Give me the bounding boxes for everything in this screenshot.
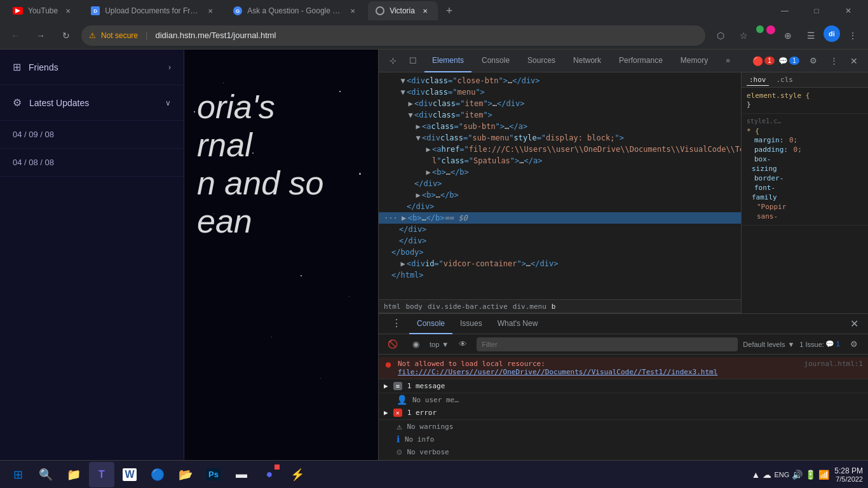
- teams-button[interactable]: T: [89, 462, 114, 487]
- profile-button[interactable]: di: [824, 25, 840, 42]
- devtools-tab-more[interactable]: »: [718, 50, 738, 72]
- dom-line[interactable]: </div>: [379, 224, 741, 235]
- dom-line[interactable]: ▶ <div id="vidcor-container">…</div>: [379, 258, 741, 269]
- devtools-close-button[interactable]: ✕: [845, 52, 863, 70]
- dom-line[interactable]: </html>: [379, 269, 741, 281]
- sidebar-icon[interactable]: ☰: [801, 25, 821, 46]
- breadcrumb-html[interactable]: html: [384, 302, 401, 311]
- dom-line[interactable]: ▼ <div class="menu">: [379, 86, 741, 98]
- taskbar-clock[interactable]: 5:28 PM 7/5/2022: [834, 466, 863, 483]
- devtools-tab-network[interactable]: Network: [566, 50, 609, 72]
- photoshop-button[interactable]: Ps: [201, 462, 226, 487]
- console-settings-icon[interactable]: ⚙: [845, 336, 863, 353]
- breadcrumb-menu[interactable]: div.menu: [513, 302, 546, 311]
- devtools-device-icon[interactable]: ☐: [404, 52, 422, 70]
- vscode-button[interactable]: ⚡: [285, 462, 310, 487]
- cast-icon[interactable]: ⬡: [710, 25, 731, 46]
- dom-line[interactable]: ▼ <div class="item">: [379, 109, 741, 121]
- dom-area: ▼ <div class="close-btn">…</div> ▼ <div …: [379, 72, 741, 313]
- address-bar[interactable]: ⚠ Not secure | didian.hstn.me/Test1/jour…: [81, 25, 705, 46]
- console-error-location: journal.html:1: [804, 360, 863, 368]
- console-close[interactable]: ✕: [845, 315, 863, 333]
- tab-youtube-title: YouTube: [28, 6, 58, 15]
- console-error-link[interactable]: file:///C://Users//user//OneDrive//Docum…: [398, 368, 717, 376]
- google-account-icon[interactable]: [756, 25, 764, 33]
- console-tab-console[interactable]: Console: [409, 314, 452, 334]
- volume-icon[interactable]: 🔊: [792, 470, 803, 480]
- styles-tab-cls[interactable]: .cls: [774, 74, 796, 85]
- styles-tab-hover[interactable]: :hov: [747, 74, 769, 86]
- sidebar-item-latest-updates[interactable]: ⚙ Latest Updates ∨: [0, 85, 184, 121]
- dom-line[interactable]: </body>: [379, 247, 741, 258]
- menu-icon[interactable]: ⋮: [843, 25, 863, 46]
- tab-victoria[interactable]: Victoria ✕: [368, 1, 438, 20]
- extensions-icon[interactable]: ⊕: [778, 25, 798, 46]
- start-button[interactable]: ⊞: [5, 462, 31, 487]
- dom-line[interactable]: ▼ <div class="sub-menu" style="display: …: [379, 132, 741, 144]
- minimize-button[interactable]: —: [770, 0, 799, 22]
- console-levels-dropdown[interactable]: Default levels ▼: [743, 341, 794, 348]
- dom-line[interactable]: ▶ <b>…</b>: [379, 189, 741, 201]
- word-button[interactable]: W: [117, 462, 142, 487]
- dom-line[interactable]: ▶ <a class="sub-btn">…</a>: [379, 121, 741, 132]
- refresh-button[interactable]: ↻: [56, 25, 76, 46]
- devtools-tab-elements[interactable]: Elements: [424, 50, 471, 72]
- devtools-more-icon[interactable]: ⋮: [825, 52, 843, 70]
- console-tab-whatsnew[interactable]: What's New: [490, 314, 546, 334]
- cloud-icon[interactable]: ☁: [763, 470, 771, 480]
- console-eye-icon[interactable]: 👁: [454, 336, 471, 353]
- console-filter-icon[interactable]: ◉: [407, 336, 424, 353]
- devtools-tab-sources[interactable]: Sources: [520, 50, 563, 72]
- breadcrumb-sidebar[interactable]: div.side-bar.active: [428, 302, 508, 311]
- dom-line[interactable]: ▼ <div class="close-btn">…</div>: [379, 75, 741, 86]
- tab-victoria-close[interactable]: ✕: [420, 6, 430, 16]
- dom-tree[interactable]: ▼ <div class="close-btn">…</div> ▼ <div …: [379, 72, 741, 299]
- tab-youtube-close[interactable]: ✕: [63, 6, 73, 16]
- search-button[interactable]: 🔍: [33, 462, 58, 487]
- dom-line-selected[interactable]: ··· ▶ <b>…</b> == $0: [379, 212, 741, 224]
- chrome-button[interactable]: 🔵: [145, 462, 170, 487]
- forward-button[interactable]: →: [31, 25, 51, 46]
- dom-line[interactable]: ▶ <a href="file:///C:\\Users\\user\\OneD…: [379, 144, 741, 155]
- dom-line[interactable]: ▶ <b>…</b>: [379, 166, 741, 178]
- file-explorer-button[interactable]: 📁: [61, 462, 86, 487]
- devtools-inspect-icon[interactable]: ⊹: [384, 52, 402, 70]
- devtools-tab-console[interactable]: Console: [474, 50, 517, 72]
- console-clear-icon[interactable]: 🚫: [384, 336, 402, 353]
- back-button[interactable]: ←: [5, 25, 25, 46]
- devtools-tab-performance[interactable]: Performance: [611, 50, 670, 72]
- new-tab-button[interactable]: +: [440, 2, 458, 20]
- console-group-1message[interactable]: ▶ ≡ 1 message: [379, 379, 868, 393]
- devtools-settings-icon[interactable]: ⚙: [804, 52, 822, 70]
- discord-button[interactable]: ●: [257, 462, 282, 487]
- console-options-icon[interactable]: ⋮: [384, 314, 409, 334]
- tab-ask-title: Ask a Question - Google Chrom…: [247, 6, 342, 15]
- close-button[interactable]: ✕: [834, 0, 863, 22]
- file-manager-button[interactable]: 📂: [173, 462, 198, 487]
- dom-line[interactable]: </div>: [379, 178, 741, 189]
- tray-expand-icon[interactable]: ▲: [752, 470, 761, 480]
- wifi-icon[interactable]: 📶: [818, 470, 829, 480]
- color-theme-icon[interactable]: [766, 25, 775, 34]
- bookmark-icon[interactable]: ☆: [733, 25, 754, 46]
- dom-line[interactable]: </div>: [379, 235, 741, 247]
- devtools-tab-memory[interactable]: Memory: [673, 50, 715, 72]
- tab-upload-close[interactable]: ✕: [205, 6, 215, 16]
- taskbar-app8[interactable]: ▬: [229, 462, 254, 487]
- tab-ask[interactable]: G Ask a Question - Google Chrom… ✕: [226, 1, 365, 20]
- maximize-button[interactable]: □: [802, 0, 831, 22]
- lang-indicator[interactable]: ENG: [774, 471, 789, 478]
- dom-line[interactable]: </div>: [379, 201, 741, 212]
- tab-upload[interactable]: D Upload Documents for Free Acc… ✕: [83, 1, 223, 20]
- dom-line[interactable]: l" class="Spatulas">…</a>: [379, 155, 741, 166]
- console-filter-input[interactable]: [477, 337, 738, 351]
- tab-youtube[interactable]: YouTube ✕: [5, 1, 81, 20]
- battery-icon[interactable]: 🔋: [805, 470, 816, 480]
- console-group-1error[interactable]: ▶ ✕ 1 error: [379, 406, 868, 420]
- breadcrumb-body[interactable]: body: [406, 302, 423, 311]
- tab-ask-close[interactable]: ✕: [348, 6, 358, 16]
- console-tab-issues[interactable]: Issues: [452, 314, 490, 334]
- sidebar-item-friends[interactable]: ⊞ Friends ›: [0, 50, 184, 85]
- title-bar: YouTube ✕ D Upload Documents for Free Ac…: [0, 0, 868, 22]
- dom-line[interactable]: ▶ <div class="item">…</div>: [379, 98, 741, 109]
